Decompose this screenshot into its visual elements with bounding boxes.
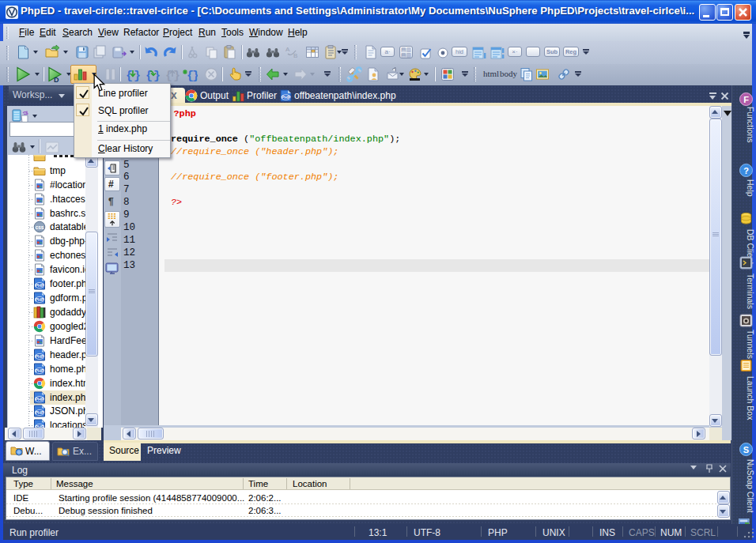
svg-text:PHP: PHP [35, 283, 44, 288]
svg-text:PHP: PHP [35, 397, 44, 402]
svg-text:A: A [285, 46, 290, 53]
svg-text:PHP: PHP [35, 297, 44, 302]
svg-text:}: } [173, 70, 180, 83]
svg-text:?: ? [743, 166, 749, 175]
svg-text:PHP: PHP [282, 95, 291, 100]
svg-text:F: F [743, 95, 749, 104]
svg-text:}: } [153, 70, 161, 83]
svg-text:}: } [134, 70, 141, 83]
svg-text:PHP: PHP [35, 410, 44, 415]
svg-text:D: D [54, 76, 59, 84]
svg-text:css: css [36, 224, 44, 230]
svg-text:PHP: PHP [35, 354, 44, 359]
svg-text:S: S [743, 445, 749, 454]
svg-text:PHP: PHP [35, 368, 44, 373]
svg-text:}: } [192, 70, 198, 83]
